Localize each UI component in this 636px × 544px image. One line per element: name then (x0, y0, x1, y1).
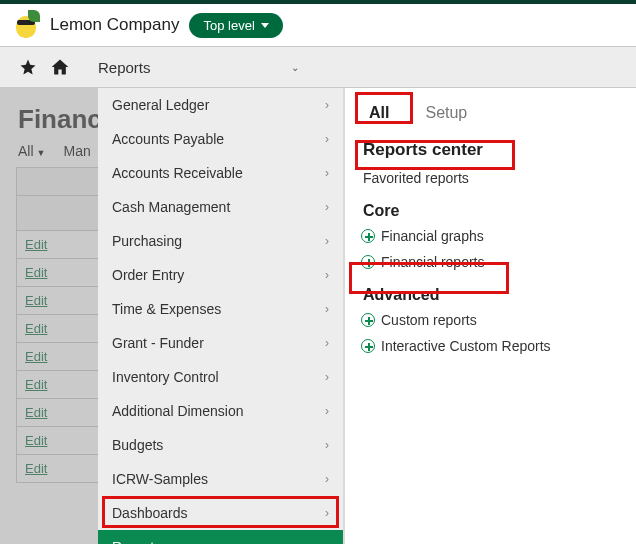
submenu-item[interactable]: Cash Management› (98, 190, 343, 224)
submenu-item-label: Cash Management (112, 199, 230, 215)
submenu-item-label: Additional Dimension (112, 403, 244, 419)
chevron-right-icon: › (325, 268, 329, 282)
nav-dropdown-label: Reports (98, 59, 151, 76)
chevron-right-icon: › (325, 336, 329, 350)
submenu-item[interactable]: Accounts Receivable› (98, 156, 343, 190)
interactive-custom-reports-link[interactable]: Interactive Custom Reports (359, 334, 626, 360)
chevron-right-icon: › (325, 98, 329, 112)
submenu-item-label: Accounts Payable (112, 131, 224, 147)
submenu-item[interactable]: General Ledger› (98, 88, 343, 122)
nav-submenu: General Ledger›Accounts Payable›Accounts… (98, 88, 344, 544)
chevron-right-icon: › (325, 540, 329, 544)
submenu-item[interactable]: Inventory Control› (98, 360, 343, 394)
chevron-right-icon: › (325, 404, 329, 418)
home-icon[interactable] (44, 47, 76, 87)
plus-circle-icon (361, 255, 375, 269)
top-bar: Lemon Company Top level (0, 0, 636, 46)
chevron-right-icon: › (325, 506, 329, 520)
tab-all[interactable]: All (363, 102, 395, 124)
nav-reports-dropdown[interactable]: Reports ⌄ (86, 47, 311, 87)
submenu-item[interactable]: Purchasing› (98, 224, 343, 258)
submenu-item-label: Reports (112, 539, 161, 544)
submenu-item[interactable]: ICRW-Samples› (98, 462, 343, 496)
advanced-heading: Advanced (359, 276, 626, 308)
chevron-right-icon: › (325, 234, 329, 248)
submenu-item-label: Inventory Control (112, 369, 219, 385)
company-logo (10, 10, 40, 40)
page-body: Financi All▼ Man N Edit1Edit1Edit1Edit1E… (0, 88, 636, 544)
submenu-item-label: ICRW-Samples (112, 471, 208, 487)
submenu-item-label: Budgets (112, 437, 163, 453)
submenu-item[interactable]: Dashboards› (98, 496, 343, 530)
submenu-item-label: Accounts Receivable (112, 165, 243, 181)
submenu-item[interactable]: Reports› (98, 530, 343, 544)
top-level-dropdown[interactable]: Top level (189, 13, 282, 38)
chevron-right-icon: › (325, 200, 329, 214)
panel-tabs: All Setup (359, 96, 626, 136)
submenu-item[interactable]: Order Entry› (98, 258, 343, 292)
reports-center-heading[interactable]: Reports center (359, 136, 626, 166)
core-heading: Core (359, 192, 626, 224)
plus-circle-icon (361, 339, 375, 353)
submenu-item-label: Purchasing (112, 233, 182, 249)
top-level-label: Top level (203, 18, 254, 33)
company-name: Lemon Company (50, 15, 179, 35)
nav-bar: Reports ⌄ (0, 46, 636, 88)
chevron-down-icon: ⌄ (291, 62, 299, 73)
submenu-item-label: Time & Expenses (112, 301, 221, 317)
submenu-item-label: General Ledger (112, 97, 209, 113)
chevron-right-icon: › (325, 166, 329, 180)
financial-reports-link[interactable]: Financial reports (359, 250, 626, 276)
submenu-item[interactable]: Accounts Payable› (98, 122, 343, 156)
submenu-item-label: Order Entry (112, 267, 184, 283)
chevron-right-icon: › (325, 370, 329, 384)
chevron-right-icon: › (325, 472, 329, 486)
chevron-right-icon: › (325, 132, 329, 146)
plus-circle-icon (361, 229, 375, 243)
submenu-item[interactable]: Grant - Funder› (98, 326, 343, 360)
reports-panel: All Setup Reports center Favorited repor… (344, 88, 636, 544)
submenu-item[interactable]: Additional Dimension› (98, 394, 343, 428)
chevron-right-icon: › (325, 438, 329, 452)
submenu-item[interactable]: Budgets› (98, 428, 343, 462)
submenu-item-label: Dashboards (112, 505, 188, 521)
tab-setup[interactable]: Setup (419, 102, 473, 124)
chevron-right-icon: › (325, 302, 329, 316)
submenu-item-label: Grant - Funder (112, 335, 204, 351)
custom-reports-link[interactable]: Custom reports (359, 308, 626, 334)
submenu-item[interactable]: Time & Expenses› (98, 292, 343, 326)
financial-graphs-link[interactable]: Financial graphs (359, 224, 626, 250)
favorited-reports-link[interactable]: Favorited reports (359, 166, 626, 192)
favorites-star-icon[interactable] (12, 47, 44, 87)
plus-circle-icon (361, 313, 375, 327)
chevron-down-icon (261, 23, 269, 28)
